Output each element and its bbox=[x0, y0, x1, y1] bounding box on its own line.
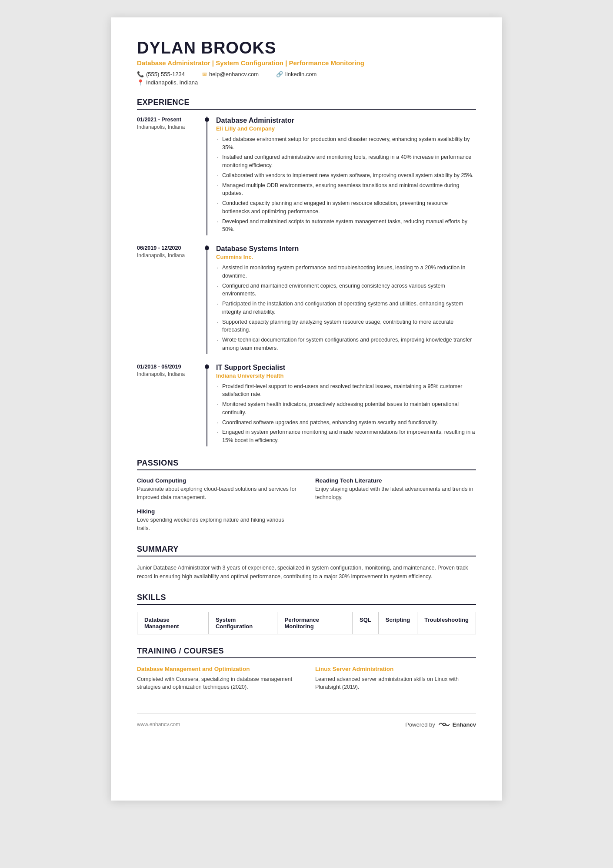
training-grid: Database Management and Optimization Com… bbox=[137, 665, 476, 691]
experience-item-1: 01/2021 - Present Indianapolis, Indiana … bbox=[137, 117, 476, 235]
bullet: Assisted in monitoring system performanc… bbox=[216, 264, 476, 280]
powered-by-text: Powered by bbox=[405, 721, 435, 728]
linkedin-url: linkedin.com bbox=[285, 71, 316, 77]
skill-item-5: Scripting bbox=[379, 612, 417, 634]
exp-job-title-1: Database Administrator bbox=[216, 117, 476, 124]
bullet: Developed and maintained scripts to auto… bbox=[216, 218, 476, 234]
bullet: Led database environment setup for produ… bbox=[216, 135, 476, 152]
passion-name-2: Reading Tech Literature bbox=[315, 477, 476, 484]
summary-text: Junior Database Administrator with 3 yea… bbox=[137, 563, 476, 581]
bullet: Collaborated with vendors to implement n… bbox=[216, 171, 476, 180]
summary-section: SUMMARY Junior Database Administrator wi… bbox=[137, 545, 476, 581]
location-text: Indianapolis, Indiana bbox=[146, 79, 198, 86]
bullet: Participated in the installation and con… bbox=[216, 300, 476, 316]
passion-name-3: Hiking bbox=[137, 508, 298, 515]
exp-date-3: 01/2018 - 05/2019 bbox=[137, 364, 202, 370]
exp-company-1: Eli Lilly and Company bbox=[216, 125, 476, 132]
experience-item-3: 01/2018 - 05/2019 Indianapolis, Indiana … bbox=[137, 364, 476, 446]
email-contact: ✉ help@enhancv.com bbox=[202, 71, 259, 77]
passion-desc-2: Enjoy staying updated with the latest ad… bbox=[315, 485, 476, 502]
exp-company-2: Cummins Inc. bbox=[216, 254, 476, 260]
passion-desc-3: Love spending weekends exploring nature … bbox=[137, 516, 298, 533]
training-desc-1: Completed with Coursera, specializing in… bbox=[137, 675, 298, 692]
passion-name-1: Cloud Computing bbox=[137, 477, 298, 484]
exp-location-1: Indianapolis, Indiana bbox=[137, 124, 202, 130]
exp-job-title-2: Database Systems Intern bbox=[216, 245, 476, 253]
bullet: Wrote technical documentation for system… bbox=[216, 336, 476, 352]
bullet: Conducted capacity planning and engaged … bbox=[216, 199, 476, 216]
location-icon: 📍 bbox=[137, 79, 144, 86]
linkedin-icon: 🔗 bbox=[276, 71, 283, 77]
training-item-1: Database Management and Optimization Com… bbox=[137, 665, 298, 691]
enhancv-logo-icon bbox=[438, 721, 450, 728]
phone-contact: 📞 (555) 555-1234 bbox=[137, 71, 185, 77]
bullet: Monitored system health indicators, proa… bbox=[216, 400, 476, 417]
candidate-name: DYLAN BROOKS bbox=[137, 39, 476, 57]
exp-date-1: 01/2021 - Present bbox=[137, 117, 202, 123]
training-name-2: Linux Server Administration bbox=[315, 665, 476, 674]
skill-item-4: SQL bbox=[353, 612, 379, 634]
exp-right-1: Database Administrator Eli Lilly and Com… bbox=[216, 117, 476, 235]
passion-desc-1: Passionate about exploring cloud-based s… bbox=[137, 485, 298, 502]
experience-item-2: 06/2019 - 12/2020 Indianapolis, Indiana … bbox=[137, 245, 476, 354]
resume-page: DYLAN BROOKS Database Administrator | Sy… bbox=[111, 17, 502, 801]
candidate-title: Database Administrator | System Configur… bbox=[137, 59, 476, 67]
skill-item-1: Database Management bbox=[137, 612, 209, 634]
exp-right-2: Database Systems Intern Cummins Inc. Ass… bbox=[216, 245, 476, 354]
exp-location-2: Indianapolis, Indiana bbox=[137, 252, 202, 258]
skill-item-3: Performance Monitoring bbox=[277, 612, 353, 634]
exp-date-2: 06/2019 - 12/2020 bbox=[137, 245, 202, 251]
exp-bullets-1: Led database environment setup for produ… bbox=[216, 135, 476, 234]
email-address: help@enhancv.com bbox=[209, 71, 259, 77]
experience-section-title: EXPERIENCE bbox=[137, 98, 476, 110]
exp-right-3: IT Support Specialist Indiana University… bbox=[216, 364, 476, 446]
exp-bullets-3: Provided first-level support to end-user… bbox=[216, 382, 476, 445]
bullet: Installed and configured administrative … bbox=[216, 153, 476, 170]
bullet: Supported capacity planning by analyzing… bbox=[216, 318, 476, 335]
passions-section: PASSIONS Cloud Computing Passionate abou… bbox=[137, 459, 476, 533]
skills-row: Database Management System Configuration… bbox=[137, 612, 476, 634]
training-name-1: Database Management and Optimization bbox=[137, 665, 298, 674]
bullet: Coordinated software upgrades and patche… bbox=[216, 419, 476, 427]
exp-job-title-3: IT Support Specialist bbox=[216, 364, 476, 372]
passions-section-title: PASSIONS bbox=[137, 459, 476, 470]
bullet: Engaged in system performance monitoring… bbox=[216, 428, 476, 445]
brand-name: Enhancv bbox=[453, 721, 476, 728]
exp-left-2: 06/2019 - 12/2020 Indianapolis, Indiana bbox=[137, 245, 207, 354]
skills-section-title: SKILLS bbox=[137, 593, 476, 605]
exp-left-3: 01/2018 - 05/2019 Indianapolis, Indiana bbox=[137, 364, 207, 446]
bullet: Managed multiple ODB environments, ensur… bbox=[216, 181, 476, 198]
phone-number: (555) 555-1234 bbox=[146, 71, 185, 77]
footer: www.enhancv.com Powered by Enhancv bbox=[137, 713, 476, 728]
header: DYLAN BROOKS Database Administrator | Sy… bbox=[137, 39, 476, 86]
skill-item-6: Troubleshooting bbox=[417, 612, 476, 634]
training-section-title: TRAINING / COURSES bbox=[137, 647, 476, 658]
phone-icon: 📞 bbox=[137, 71, 144, 77]
exp-divider-3 bbox=[207, 364, 207, 446]
skills-section: SKILLS Database Management System Config… bbox=[137, 593, 476, 634]
passion-item-2: Reading Tech Literature Enjoy staying up… bbox=[315, 477, 476, 502]
training-desc-2: Learned advanced server administration s… bbox=[315, 675, 476, 692]
passion-item-3: Hiking Love spending weekends exploring … bbox=[137, 508, 298, 533]
footer-logo: Powered by Enhancv bbox=[405, 721, 476, 728]
exp-company-3: Indiana University Health bbox=[216, 372, 476, 379]
location-row: 📍 Indianapolis, Indiana bbox=[137, 79, 476, 86]
linkedin-contact: 🔗 linkedin.com bbox=[276, 71, 316, 77]
experience-section: EXPERIENCE 01/2021 - Present Indianapoli… bbox=[137, 98, 476, 446]
training-section: TRAINING / COURSES Database Management a… bbox=[137, 647, 476, 691]
passions-grid: Cloud Computing Passionate about explori… bbox=[137, 477, 476, 533]
exp-left-1: 01/2021 - Present Indianapolis, Indiana bbox=[137, 117, 207, 235]
footer-website: www.enhancv.com bbox=[137, 721, 180, 727]
exp-divider-1 bbox=[207, 117, 207, 235]
training-item-2: Linux Server Administration Learned adva… bbox=[315, 665, 476, 691]
exp-bullets-2: Assisted in monitoring system performanc… bbox=[216, 264, 476, 352]
email-icon: ✉ bbox=[202, 71, 207, 77]
exp-location-3: Indianapolis, Indiana bbox=[137, 371, 202, 377]
contact-row: 📞 (555) 555-1234 ✉ help@enhancv.com 🔗 li… bbox=[137, 71, 476, 77]
exp-divider-2 bbox=[207, 245, 207, 354]
bullet: Provided first-level support to end-user… bbox=[216, 382, 476, 399]
passion-item-1: Cloud Computing Passionate about explori… bbox=[137, 477, 298, 502]
bullet: Configured and maintained environment co… bbox=[216, 282, 476, 298]
summary-section-title: SUMMARY bbox=[137, 545, 476, 556]
skill-item-2: System Configuration bbox=[209, 612, 278, 634]
